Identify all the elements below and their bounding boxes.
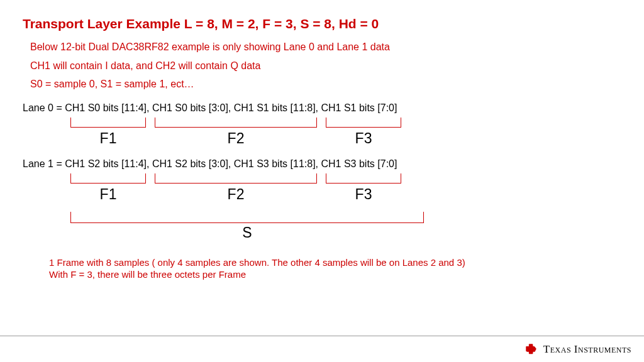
lane0-f1-group: F1 bbox=[70, 118, 146, 147]
lane1-f3-label: F3 bbox=[355, 186, 372, 203]
lane1-f3-bracket bbox=[326, 173, 401, 184]
ti-logo-icon bbox=[525, 343, 538, 356]
lane1-text: Lane 1 = CH1 S2 bits [11:4], CH1 S2 bits… bbox=[23, 158, 621, 170]
notes: 1 Frame with 8 samples ( only 4 samples … bbox=[49, 256, 621, 281]
lane1-f1-label: F1 bbox=[100, 186, 117, 203]
lane1-f1-group: F1 bbox=[70, 173, 146, 203]
subtitle-line-1: Below 12-bit Dual DAC38RF82 example is o… bbox=[30, 40, 621, 54]
lane0-f2-group: F2 bbox=[155, 118, 317, 147]
lane0-f3-group: F3 bbox=[326, 118, 401, 147]
brand-text: Texas Instruments bbox=[543, 343, 631, 356]
lane0-text: Lane 0 = CH1 S0 bits [11:4], CH1 S0 bits… bbox=[23, 102, 621, 114]
footer: Texas Instruments bbox=[0, 336, 644, 362]
lane0-f2-bracket bbox=[155, 118, 317, 128]
lane1-f2-bracket bbox=[155, 173, 317, 184]
lane1-f1-bracket bbox=[70, 173, 146, 184]
lane0-f3-bracket bbox=[326, 118, 401, 128]
note-line-2: With F = 3, there will be three octets p… bbox=[49, 268, 621, 281]
lane1-brackets: F1 F2 F3 bbox=[70, 173, 621, 203]
lane0-f1-label: F1 bbox=[100, 130, 117, 147]
lane0-brackets: F1 F2 F3 bbox=[70, 118, 621, 147]
lane1-f2-label: F2 bbox=[228, 186, 245, 203]
s-bracket bbox=[70, 212, 424, 223]
s-group: S bbox=[70, 212, 424, 241]
lane0-f3-label: F3 bbox=[355, 130, 372, 147]
note-line-1: 1 Frame with 8 samples ( only 4 samples … bbox=[49, 256, 621, 269]
title-params: L = 8, M = 2, F = 3, S = 8, Hd = 0 bbox=[184, 16, 379, 31]
lane0-f2-label: F2 bbox=[228, 130, 245, 147]
lane1-f2-group: F2 bbox=[155, 173, 317, 203]
subtitle-line-3: S0 = sample 0, S1 = sample 1, ect… bbox=[30, 77, 621, 91]
slide-title: Transport Layer Example L = 8, M = 2, F … bbox=[23, 16, 621, 31]
lane0-f1-bracket bbox=[70, 118, 146, 128]
title-leading: Transport Layer Example bbox=[23, 16, 184, 31]
s-label: S bbox=[242, 224, 252, 241]
slide: Transport Layer Example L = 8, M = 2, F … bbox=[0, 0, 644, 362]
subtitle-line-2: CH1 will contain I data, and CH2 will co… bbox=[30, 59, 621, 73]
lane1-f3-group: F3 bbox=[326, 173, 401, 203]
